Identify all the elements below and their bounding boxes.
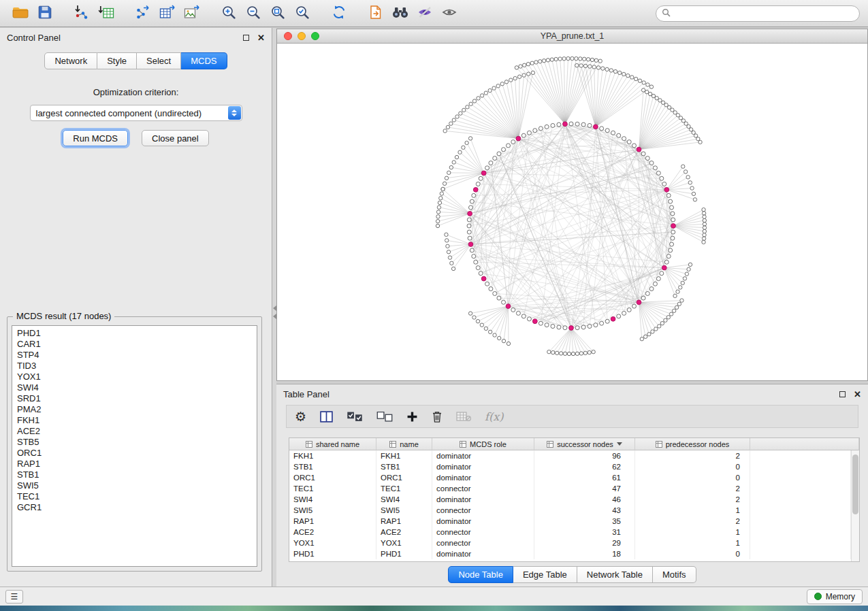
column-header-name[interactable]: name <box>376 438 432 450</box>
table-cell[interactable]: connector <box>432 527 534 538</box>
table-cell[interactable]: STB1 <box>289 461 376 472</box>
table-cell[interactable]: 43 <box>534 505 635 516</box>
tab-network-table[interactable]: Network Table <box>577 566 653 583</box>
copy-document-button[interactable] <box>364 3 388 24</box>
table-row[interactable]: YOX1YOX1connector291 <box>289 538 851 548</box>
table-row[interactable]: RAP1RAP1dominator352 <box>289 516 851 527</box>
table-cell[interactable]: FKH1 <box>376 450 432 461</box>
mcds-result-item[interactable]: FKH1 <box>12 415 257 426</box>
table-row[interactable]: ACE2ACE2connector311 <box>289 527 851 538</box>
mcds-result-item[interactable]: PMA2 <box>12 404 257 415</box>
table-cell[interactable]: 31 <box>534 527 635 538</box>
zoom-out-button[interactable] <box>241 3 266 24</box>
table-cell[interactable]: dominator <box>432 461 534 472</box>
zoom-fit-button[interactable] <box>266 3 290 24</box>
table-cell[interactable]: dominator <box>432 494 534 505</box>
mcds-result-item[interactable]: CAR1 <box>12 339 257 350</box>
show-hide-button[interactable] <box>437 3 462 24</box>
table-cell[interactable]: 2 <box>635 483 750 494</box>
mcds-result-item[interactable]: YOX1 <box>12 371 257 382</box>
table-cell[interactable]: 0 <box>635 461 750 472</box>
status-menu-button[interactable]: ☰ <box>5 590 23 604</box>
close-panel-button[interactable]: Close panel <box>142 130 209 146</box>
table-cell[interactable]: 0 <box>635 472 750 483</box>
export-table-button[interactable] <box>155 3 180 24</box>
tab-network[interactable]: Network <box>44 52 97 69</box>
table-cell[interactable]: 0 <box>635 548 750 559</box>
table-cell[interactable]: FKH1 <box>289 450 376 461</box>
table-cell[interactable]: connector <box>432 505 534 516</box>
table-row[interactable]: TEC1TEC1connector472 <box>289 483 851 494</box>
float-panel-icon[interactable] <box>243 35 249 41</box>
tab-motifs[interactable]: Motifs <box>653 566 696 583</box>
column-header-predecessor-nodes[interactable]: predecessor nodes <box>635 438 750 450</box>
table-cell[interactable]: 46 <box>534 494 635 505</box>
table-cell[interactable]: ACE2 <box>376 527 432 538</box>
table-cell[interactable]: ORC1 <box>376 472 432 483</box>
zoom-in-button[interactable] <box>216 3 241 24</box>
mcds-result-item[interactable]: TID3 <box>12 361 257 371</box>
deselect-all-icon[interactable] <box>376 412 393 422</box>
close-table-panel-icon[interactable]: ✕ <box>854 390 861 399</box>
select-all-icon[interactable] <box>347 412 363 422</box>
mcds-result-item[interactable]: GCR1 <box>12 502 257 513</box>
table-scrollbar[interactable] <box>851 450 859 561</box>
table-cell[interactable]: 35 <box>534 516 635 527</box>
import-network-button[interactable] <box>69 3 94 24</box>
table-row[interactable]: SWI5SWI5connector431 <box>289 505 851 516</box>
mcds-result-item[interactable]: RAP1 <box>12 459 257 469</box>
window-close-icon[interactable] <box>284 32 292 40</box>
window-maximize-icon[interactable] <box>311 32 319 40</box>
table-body[interactable]: FKH1FKH1dominator962STB1STB1dominator620… <box>289 450 851 561</box>
table-cell[interactable]: ACE2 <box>289 527 376 538</box>
save-session-button[interactable] <box>33 3 57 24</box>
export-network-button[interactable] <box>131 3 155 24</box>
table-cell[interactable]: 47 <box>534 483 635 494</box>
mcds-result-item[interactable]: STB1 <box>12 469 257 480</box>
table-cell[interactable]: PHD1 <box>289 548 376 559</box>
close-panel-icon[interactable]: ✕ <box>257 33 265 42</box>
table-cell[interactable]: YOX1 <box>289 538 376 548</box>
table-cell[interactable]: SWI5 <box>289 505 376 516</box>
table-cell[interactable]: STB1 <box>376 461 432 472</box>
open-session-button[interactable] <box>8 3 33 24</box>
mcds-result-item[interactable]: PHD1 <box>12 328 257 339</box>
table-cell[interactable]: SWI4 <box>376 494 432 505</box>
table-cell[interactable]: 1 <box>635 527 750 538</box>
table-row[interactable]: ORC1ORC1dominator610 <box>289 472 851 483</box>
column-header-shared-name[interactable]: shared name <box>289 438 376 450</box>
table-cell[interactable]: SWI5 <box>376 505 432 516</box>
tab-style[interactable]: Style <box>97 52 137 69</box>
memory-button[interactable]: Memory <box>807 589 863 604</box>
column-header-mcds-role[interactable]: MCDS role <box>432 438 534 450</box>
mcds-result-item[interactable]: TEC1 <box>12 491 257 502</box>
scrollbar-thumb[interactable] <box>852 455 858 514</box>
optimization-criterion-dropdown[interactable]: largest connected component (undirected) <box>30 105 242 121</box>
search-input[interactable] <box>674 9 854 18</box>
table-cell[interactable]: connector <box>432 538 534 548</box>
search-neighbors-button[interactable] <box>388 3 413 24</box>
float-table-panel-icon[interactable] <box>839 391 846 397</box>
table-cell[interactable]: 1 <box>635 538 750 548</box>
table-cell[interactable]: 2 <box>635 494 750 505</box>
table-cell[interactable]: 18 <box>534 548 635 559</box>
run-mcds-button[interactable]: Run MCDS <box>63 130 128 146</box>
mcds-result-item[interactable]: ACE2 <box>12 426 257 437</box>
refresh-layout-button[interactable] <box>327 3 351 24</box>
table-cell[interactable]: dominator <box>432 450 534 461</box>
mcds-result-item[interactable]: STB5 <box>12 437 257 448</box>
mcds-result-item[interactable]: SWI5 <box>12 480 257 491</box>
tab-edge-table[interactable]: Edge Table <box>513 566 577 583</box>
column-header-successor-nodes[interactable]: successor nodes <box>534 438 635 450</box>
table-cell[interactable]: dominator <box>432 548 534 559</box>
table-cell[interactable]: 61 <box>534 472 635 483</box>
table-cell[interactable]: dominator <box>432 516 534 527</box>
table-cell[interactable]: SWI4 <box>289 494 376 505</box>
table-cell[interactable]: TEC1 <box>376 483 432 494</box>
tab-node-table[interactable]: Node Table <box>448 566 513 583</box>
table-cell[interactable]: ORC1 <box>289 472 376 483</box>
table-cell[interactable]: 2 <box>635 516 750 527</box>
mcds-result-item[interactable]: SWI4 <box>12 382 257 393</box>
table-cell[interactable]: 62 <box>534 461 635 472</box>
table-cell[interactable]: TEC1 <box>289 483 376 494</box>
